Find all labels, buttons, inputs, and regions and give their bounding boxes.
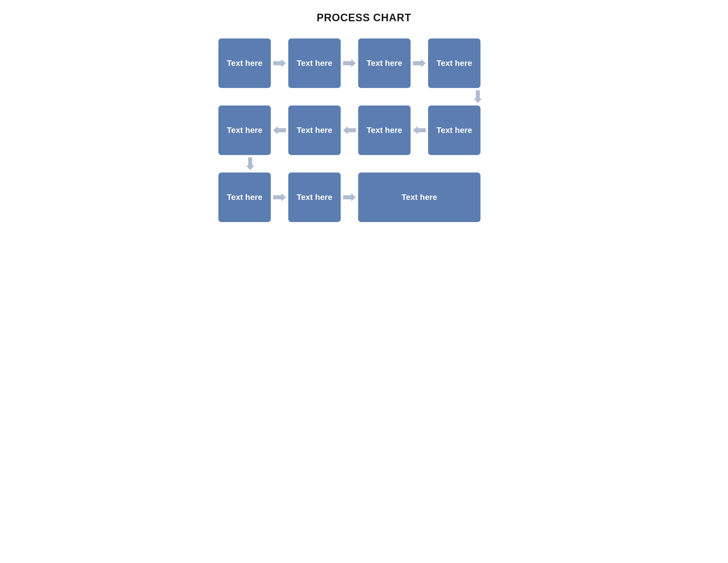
- box-r2c2[interactable]: Text here: [288, 105, 341, 155]
- page-container: PROCESS CHART Text here Text here T: [218, 12, 510, 222]
- box-r3c3[interactable]: Text here: [358, 172, 480, 222]
- arrow-left-r2-3: [411, 125, 428, 136]
- row-2: Text here Text here Text here: [218, 105, 480, 155]
- arrow-right-r3-1: [271, 192, 288, 203]
- arrow-left-r2-2: [341, 125, 358, 136]
- connector-down-2: [218, 155, 510, 172]
- box-r1c2[interactable]: Text here: [288, 38, 341, 88]
- box-r3c2[interactable]: Text here: [288, 172, 341, 222]
- arrow-right-r1-3: [411, 58, 428, 69]
- chart-container: Text here Text here Text here: [218, 38, 510, 222]
- box-r1c1[interactable]: Text here: [218, 38, 271, 88]
- box-r1c3[interactable]: Text here: [358, 38, 411, 88]
- box-r3c1[interactable]: Text here: [218, 172, 271, 222]
- box-r2c3[interactable]: Text here: [358, 105, 411, 155]
- arrow-down-1: [472, 88, 483, 105]
- arrow-right-r3-2: [341, 192, 358, 203]
- box-r2c4[interactable]: Text here: [428, 105, 480, 155]
- arrow-right-r1-2: [341, 58, 358, 69]
- arrow-left-r2-1: [271, 125, 288, 136]
- page-title: PROCESS CHART: [218, 12, 510, 24]
- box-r2c1[interactable]: Text here: [218, 105, 271, 155]
- row-1: Text here Text here Text here: [218, 38, 480, 88]
- arrow-down-2: [245, 155, 256, 172]
- row-3: Text here Text here Text here: [218, 172, 480, 222]
- box-r1c4[interactable]: Text here: [428, 38, 480, 88]
- connector-down-1: [218, 88, 510, 105]
- arrow-right-r1-1: [271, 58, 288, 69]
